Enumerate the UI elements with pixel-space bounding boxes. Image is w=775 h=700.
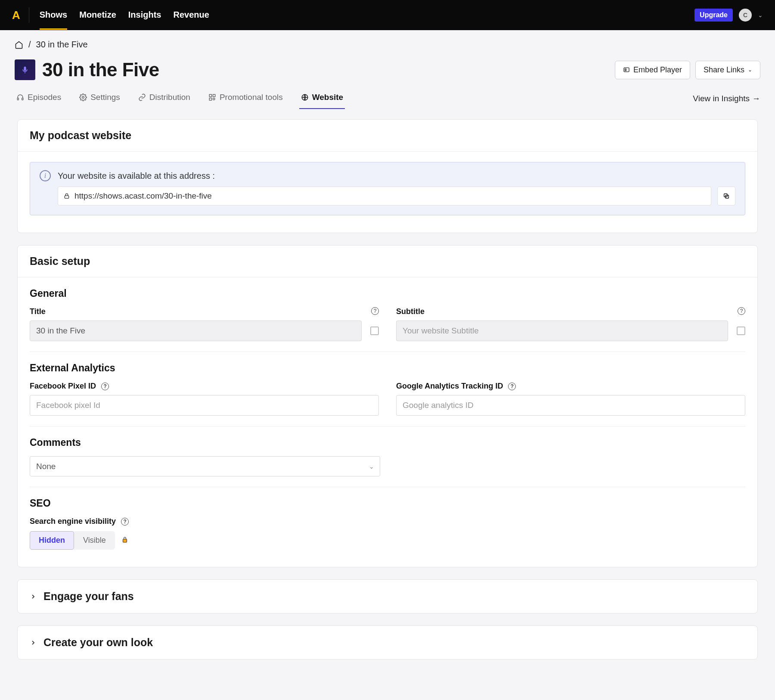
nav-revenue[interactable]: Revenue bbox=[173, 0, 209, 30]
home-icon[interactable] bbox=[15, 40, 23, 49]
tab-label: Episodes bbox=[28, 93, 61, 102]
svg-rect-0 bbox=[24, 67, 26, 71]
copy-url-button[interactable] bbox=[717, 187, 735, 205]
tab-label: Settings bbox=[90, 93, 120, 102]
subtitle-input[interactable] bbox=[396, 320, 728, 341]
fb-pixel-field: Facebook Pixel ID ? bbox=[30, 382, 379, 416]
svg-rect-12 bbox=[65, 196, 68, 198]
help-icon[interactable]: ? bbox=[101, 383, 109, 390]
help-icon[interactable]: ? bbox=[508, 383, 516, 390]
mic-icon bbox=[21, 65, 29, 74]
comments-heading: Comments bbox=[30, 437, 745, 448]
nav-insights[interactable]: Insights bbox=[128, 0, 161, 30]
general-section: General Title ? 30 in the Five bbox=[30, 288, 745, 341]
seo-visible-button[interactable]: Visible bbox=[74, 531, 115, 550]
title-override-checkbox[interactable] bbox=[370, 327, 379, 335]
grid-icon bbox=[208, 93, 216, 101]
chevron-down-icon: ⌄ bbox=[748, 67, 752, 73]
chevron-right-icon bbox=[30, 593, 37, 600]
tabs-row: Episodes Settings Distribution Promotion… bbox=[0, 88, 775, 109]
title-field: Title ? 30 in the Five bbox=[30, 307, 379, 341]
arrow-right-icon: → bbox=[752, 94, 760, 103]
breadcrumb-current: 30 in the Five bbox=[36, 40, 88, 50]
tab-label: Website bbox=[312, 93, 344, 102]
subtitle-override-checkbox[interactable] bbox=[737, 327, 745, 335]
seo-heading: SEO bbox=[30, 498, 745, 509]
create-look-title: Create your own look bbox=[43, 636, 153, 649]
chevron-down-icon[interactable]: ⌄ bbox=[758, 12, 763, 19]
seo-label: Search engine visibility ? bbox=[30, 517, 129, 526]
create-look-card[interactable]: Create your own look bbox=[17, 625, 758, 660]
website-card: My podcast website i Your website is ava… bbox=[17, 119, 758, 233]
title-input[interactable]: 30 in the Five bbox=[30, 320, 362, 341]
embed-player-label: Embed Player bbox=[633, 65, 682, 75]
fb-pixel-input[interactable] bbox=[30, 395, 379, 416]
subtitle-label: Subtitle bbox=[396, 307, 425, 316]
seo-hidden-button[interactable]: Hidden bbox=[30, 531, 74, 550]
subtitle-field: Subtitle ? bbox=[396, 307, 745, 341]
engage-fans-title: Engage your fans bbox=[43, 590, 134, 603]
breadcrumb: / 30 in the Five bbox=[0, 30, 775, 54]
divider bbox=[29, 7, 29, 23]
info-icon: i bbox=[40, 170, 51, 181]
analytics-section: External Analytics Facebook Pixel ID ? bbox=[30, 352, 745, 416]
upgrade-button[interactable]: Upgrade bbox=[694, 9, 733, 22]
website-url-field: https://shows.acast.com/30-in-the-five bbox=[58, 187, 711, 205]
engage-fans-card[interactable]: Engage your fans bbox=[17, 579, 758, 613]
help-icon[interactable]: ? bbox=[738, 307, 745, 315]
globe-icon bbox=[301, 93, 309, 101]
comments-select[interactable]: None bbox=[30, 456, 380, 476]
svg-rect-8 bbox=[213, 94, 215, 96]
fb-pixel-label: Facebook Pixel ID ? bbox=[30, 382, 109, 391]
seo-visibility-toggle: Hidden Visible bbox=[30, 531, 115, 550]
title-label: Title bbox=[30, 307, 46, 316]
share-links-button[interactable]: Share Links ⌄ bbox=[695, 61, 760, 79]
view-in-insights-link[interactable]: View in Insights → bbox=[693, 94, 760, 103]
comments-section: Comments None ⌄ bbox=[30, 426, 745, 476]
svg-rect-15 bbox=[123, 539, 127, 542]
tab-distribution[interactable]: Distribution bbox=[136, 88, 192, 109]
seo-section: SEO Search engine visibility ? Hidden Vi… bbox=[30, 487, 745, 550]
svg-rect-7 bbox=[209, 94, 211, 96]
show-artwork bbox=[15, 59, 35, 80]
basic-setup-card: Basic setup General Title ? 30 in the Fi… bbox=[17, 245, 758, 567]
copy-icon bbox=[723, 193, 730, 199]
embed-icon bbox=[623, 66, 630, 73]
svg-rect-3 bbox=[625, 69, 626, 71]
website-card-header: My podcast website bbox=[18, 120, 757, 152]
brand-logo[interactable]: A bbox=[12, 9, 20, 22]
help-icon[interactable]: ? bbox=[371, 307, 379, 315]
tab-promotional-tools[interactable]: Promotional tools bbox=[207, 88, 285, 109]
website-url-infobox: i Your website is available at this addr… bbox=[30, 162, 745, 215]
page-header: 30 in the Five Embed Player Share Links … bbox=[0, 54, 775, 88]
help-icon[interactable]: ? bbox=[121, 518, 129, 526]
insights-link-label: View in Insights bbox=[693, 94, 750, 103]
tab-label: Distribution bbox=[149, 93, 190, 102]
link-icon bbox=[138, 93, 146, 101]
chevron-right-icon bbox=[30, 639, 37, 646]
nav-shows[interactable]: Shows bbox=[40, 0, 67, 30]
tab-episodes[interactable]: Episodes bbox=[15, 88, 63, 109]
svg-rect-4 bbox=[17, 98, 19, 100]
tab-settings[interactable]: Settings bbox=[78, 88, 122, 109]
tab-website[interactable]: Website bbox=[299, 88, 345, 109]
ga-field: Google Analytics Tracking ID ? bbox=[396, 382, 745, 416]
nav-monetize[interactable]: Monetize bbox=[79, 0, 116, 30]
info-text: Your website is available at this addres… bbox=[58, 171, 215, 181]
ga-input[interactable] bbox=[396, 395, 745, 416]
headphones-icon bbox=[16, 93, 24, 101]
svg-rect-5 bbox=[22, 98, 23, 100]
share-links-label: Share Links bbox=[704, 65, 744, 75]
lock-icon bbox=[63, 193, 70, 199]
user-avatar[interactable]: C bbox=[739, 9, 752, 22]
nav-links: Shows Monetize Insights Revenue bbox=[40, 0, 209, 30]
top-nav: A Shows Monetize Insights Revenue Upgrad… bbox=[0, 0, 775, 30]
lock-badge-icon bbox=[121, 536, 129, 545]
general-heading: General bbox=[30, 288, 745, 299]
analytics-heading: External Analytics bbox=[30, 362, 745, 374]
gear-icon bbox=[79, 93, 87, 101]
show-title: 30 in the Five bbox=[42, 59, 159, 81]
svg-point-10 bbox=[213, 98, 215, 100]
embed-player-button[interactable]: Embed Player bbox=[615, 61, 690, 79]
svg-point-6 bbox=[82, 96, 84, 99]
